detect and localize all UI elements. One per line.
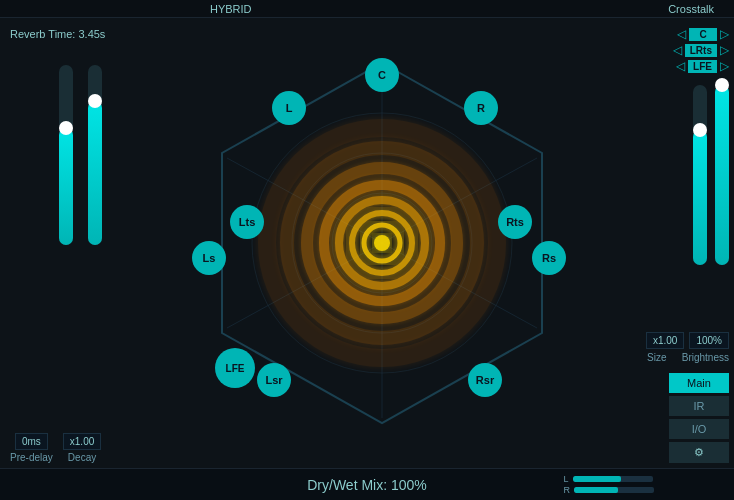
right-label-row: Size Brightness bbox=[609, 352, 729, 363]
predelay-thumb bbox=[59, 121, 73, 135]
l-bar bbox=[573, 476, 653, 482]
predelay-value[interactable]: 0ms bbox=[15, 433, 48, 450]
channel-btn-C[interactable]: C bbox=[365, 58, 399, 92]
center-panel: C L R Lts Rts Ls Rs Lsr Rsr LFE bbox=[160, 18, 604, 468]
nav-btn-settings[interactable]: ⚙ bbox=[669, 442, 729, 463]
size-fill bbox=[693, 130, 707, 265]
nav-btn-ir[interactable]: IR bbox=[669, 396, 729, 416]
channel-btn-Lts[interactable]: Lts bbox=[230, 205, 264, 239]
plugin-name: HYBRID bbox=[10, 3, 252, 15]
size-label: Size bbox=[637, 352, 677, 363]
svg-point-15 bbox=[374, 235, 390, 251]
l-label: L bbox=[564, 474, 569, 484]
channel-btn-Ls[interactable]: Ls bbox=[192, 241, 226, 275]
nav-btn-main[interactable]: Main bbox=[669, 373, 729, 393]
channel-btn-L[interactable]: L bbox=[272, 91, 306, 125]
bottom-bar: Dry/Wet Mix: 100% L R bbox=[0, 468, 734, 500]
right-panel: ◁ C ▷ ◁ LRts ▷ ◁ LFE ▷ bbox=[604, 18, 734, 468]
right-value-row: x1.00 100% bbox=[609, 332, 729, 349]
channel-btn-Rts[interactable]: Rts bbox=[498, 205, 532, 239]
cf-arrow-left-LFE[interactable]: ◁ bbox=[676, 59, 685, 73]
brightness-slider-container bbox=[715, 85, 729, 332]
left-value-label-row: 0ms Pre-delay x1.00 Decay bbox=[10, 433, 150, 463]
l-fill bbox=[573, 476, 621, 482]
cf-label-LFE: LFE bbox=[688, 60, 717, 73]
predelay-label: Pre-delay bbox=[10, 452, 53, 463]
cf-label-C: C bbox=[689, 28, 717, 41]
brightness-thumb bbox=[715, 78, 729, 92]
predelay-slider-container bbox=[59, 65, 73, 245]
lr-indicator: L R bbox=[564, 474, 655, 495]
cf-arrow-right-LFE[interactable]: ▷ bbox=[720, 59, 729, 73]
right-sliders-row bbox=[609, 85, 729, 332]
nav-buttons: Main IR I/O ⚙ bbox=[609, 373, 729, 463]
crossfade-section-label: Crosstalk bbox=[668, 3, 714, 15]
r-label: R bbox=[564, 485, 571, 495]
brightness-label: Brightness bbox=[682, 352, 729, 363]
channel-btn-Rs[interactable]: Rs bbox=[532, 241, 566, 275]
reverb-time: Reverb Time: 3.45s bbox=[10, 23, 150, 45]
cf-arrow-left-C[interactable]: ◁ bbox=[677, 27, 686, 41]
r-fill bbox=[574, 487, 618, 493]
main-container: HYBRID Crosstalk Reverb Time: 3.45s bbox=[0, 0, 734, 500]
sliders-row bbox=[10, 55, 150, 428]
cf-arrow-right-LRts[interactable]: ▷ bbox=[720, 43, 729, 57]
crossfade-row-C: ◁ C ▷ bbox=[609, 27, 729, 41]
r-bar bbox=[574, 487, 654, 493]
channel-btn-R[interactable]: R bbox=[464, 91, 498, 125]
channel-btn-LFE[interactable]: LFE bbox=[215, 348, 255, 388]
crossfade-row-LRts: ◁ LRts ▷ bbox=[609, 43, 729, 57]
content-area: Reverb Time: 3.45s bbox=[0, 18, 734, 468]
predelay-slider[interactable] bbox=[59, 65, 73, 245]
crossfade-row-LFE: ◁ LFE ▷ bbox=[609, 59, 729, 73]
crossfade-controls: ◁ C ▷ ◁ LRts ▷ ◁ LFE ▷ bbox=[609, 27, 729, 75]
decay-slider-container bbox=[88, 65, 102, 245]
size-slider[interactable] bbox=[693, 85, 707, 265]
cf-arrow-left-LRts[interactable]: ◁ bbox=[673, 43, 682, 57]
brightness-fill bbox=[715, 85, 729, 265]
decay-fill bbox=[88, 101, 102, 245]
brightness-value[interactable]: 100% bbox=[689, 332, 729, 349]
channel-btn-Lsr[interactable]: Lsr bbox=[257, 363, 291, 397]
channel-btn-Rsr[interactable]: Rsr bbox=[468, 363, 502, 397]
cf-arrow-right-C[interactable]: ▷ bbox=[720, 27, 729, 41]
decay-value[interactable]: x1.00 bbox=[63, 433, 101, 450]
decay-label: Decay bbox=[68, 452, 96, 463]
dry-wet-label: Dry/Wet Mix: 100% bbox=[307, 477, 427, 493]
decay-slider[interactable] bbox=[88, 65, 102, 245]
decay-thumb bbox=[88, 94, 102, 108]
brightness-slider[interactable] bbox=[715, 85, 729, 265]
size-value[interactable]: x1.00 bbox=[646, 332, 684, 349]
top-bar: HYBRID Crosstalk bbox=[0, 0, 734, 18]
size-slider-container bbox=[693, 85, 707, 332]
cf-label-LRts: LRts bbox=[685, 44, 717, 57]
size-thumb bbox=[693, 123, 707, 137]
nav-btn-io[interactable]: I/O bbox=[669, 419, 729, 439]
predelay-fill bbox=[59, 128, 73, 245]
left-panel: Reverb Time: 3.45s bbox=[0, 18, 160, 468]
